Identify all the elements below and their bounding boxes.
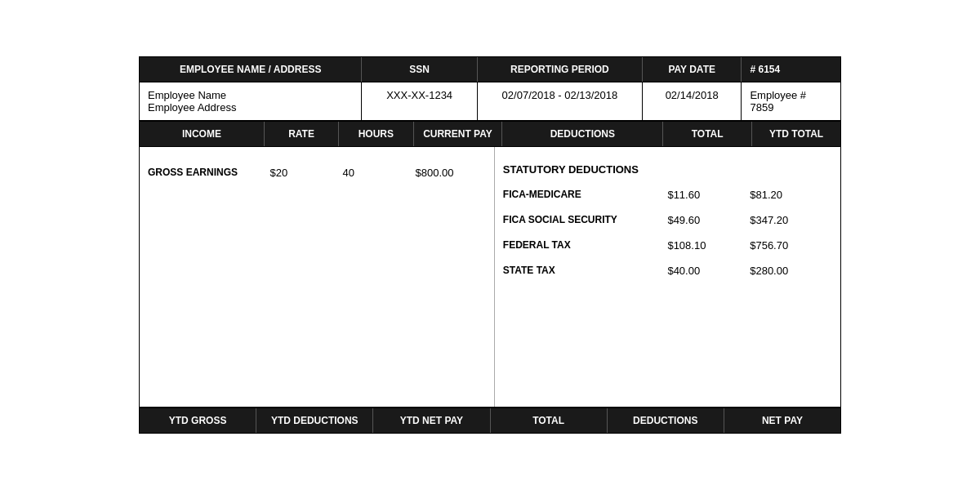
footer-deductions: Deductions — [608, 408, 724, 433]
deduction-name-social-security: FICA Social Security — [503, 214, 668, 226]
deduction-ytd-medicare: $81.20 — [750, 189, 832, 201]
deductions-section: Statutory Deductions FICA-Medicare $11.6… — [495, 147, 840, 407]
income-hours: 40 — [334, 163, 407, 182]
ssn-value: XXX-XX-1234 — [362, 82, 478, 120]
header-row: Employee Name / Address SSN Reporting Pe… — [140, 57, 840, 82]
header-pay-date: Pay Date — [643, 57, 742, 82]
income-section: Gross Earnings $20 40 $800.00 — [140, 147, 495, 407]
deduction-row-medicare: FICA-Medicare $11.60 $81.20 — [503, 182, 832, 207]
footer-total: Total — [491, 408, 608, 433]
deduction-row-state-tax: State Tax $40.00 $280.00 — [503, 258, 832, 283]
deduction-name-state-tax: State Tax — [503, 265, 668, 277]
main-body: Gross Earnings $20 40 $800.00 Statutory … — [140, 147, 840, 408]
deduction-total-social-security: $49.60 — [667, 214, 750, 226]
pay-date-value: 02/14/2018 — [643, 82, 742, 120]
footer-net-pay: Net Pay — [724, 408, 840, 433]
header-employee-name: Employee Name / Address — [140, 57, 362, 82]
period-value: 02/07/2018 - 02/13/2018 — [478, 82, 643, 120]
subheader-total: Total — [663, 122, 752, 146]
footer-row: YTD Gross YTD Deductions YTD Net Pay Tot… — [140, 408, 840, 433]
footer-ytd-deductions: YTD Deductions — [256, 408, 373, 433]
income-rate: $20 — [261, 163, 334, 182]
subheader-current-pay: Current Pay — [414, 122, 503, 146]
gross-earnings-row: Gross Earnings $20 40 $800.00 — [140, 155, 494, 190]
deduction-total-medicare: $11.60 — [667, 189, 750, 201]
deduction-ytd-federal-tax: $756.70 — [750, 239, 832, 252]
deduction-category-label: Statutory Deductions — [503, 163, 832, 176]
employee-num-value: Employee # 7859 — [742, 82, 840, 120]
subheader-hours: Hours — [339, 122, 413, 146]
employee-name-address: Employee Name Employee Address — [140, 82, 362, 120]
header-reporting-period: Reporting Period — [478, 57, 643, 82]
deduction-row-social-security: FICA Social Security $49.60 $347.20 — [503, 207, 832, 233]
deduction-name-medicare: FICA-Medicare — [503, 189, 668, 201]
footer-ytd-gross: YTD Gross — [140, 408, 256, 433]
deduction-row-federal-tax: Federal Tax $108.10 $756.70 — [503, 233, 832, 258]
info-row: Employee Name Employee Address XXX-XX-12… — [140, 82, 840, 122]
statutory-deductions: Statutory Deductions FICA-Medicare $11.6… — [495, 147, 840, 292]
subheader-rate: Rate — [265, 122, 339, 146]
subheader-deductions: Deductions — [502, 122, 663, 146]
deduction-total-state-tax: $40.00 — [667, 265, 750, 277]
deduction-ytd-state-tax: $280.00 — [750, 265, 832, 277]
header-ssn: SSN — [362, 57, 478, 82]
header-check-num: # 6154 — [742, 57, 840, 82]
deduction-name-federal-tax: Federal Tax — [503, 239, 668, 252]
subheader-row: Income Rate Hours Current Pay Deductions… — [140, 122, 840, 147]
paystub: Employee Name / Address SSN Reporting Pe… — [139, 56, 841, 434]
footer-ytd-net-pay: YTD Net Pay — [373, 408, 490, 433]
deduction-ytd-social-security: $347.20 — [750, 214, 832, 226]
subheader-income: Income — [140, 122, 265, 146]
subheader-ytd-total: YTD Total — [752, 122, 840, 146]
income-current-pay: $800.00 — [408, 163, 494, 182]
income-label: Gross Earnings — [140, 163, 261, 182]
deduction-total-federal-tax: $108.10 — [667, 239, 750, 252]
